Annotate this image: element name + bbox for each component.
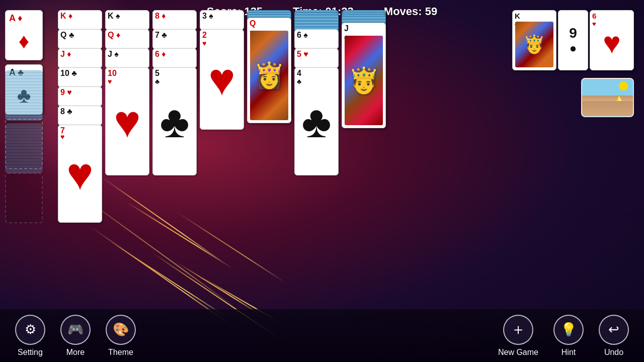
tableau-card[interactable]: Q ♦ <box>105 29 149 49</box>
theme-button[interactable]: 🎨 Theme <box>106 315 136 357</box>
tableau-card[interactable]: 8 ♦ <box>152 10 197 30</box>
tableau-card[interactable]: 4 ♣ ♣ <box>294 67 339 175</box>
tableau-card[interactable]: 5 ♣ ♣ <box>152 67 197 175</box>
hint-button[interactable]: 💡 Hint <box>553 315 584 357</box>
setting-label: Setting <box>18 348 43 357</box>
tableau-card[interactable]: 6 ♠ <box>294 29 339 49</box>
tableau-card[interactable]: 6 ♦ <box>152 48 197 68</box>
tableau-card[interactable]: J ♠ <box>105 48 149 68</box>
tableau-card[interactable]: 2 ♥ ♥ <box>200 29 244 130</box>
tableau-col-7[interactable]: J ♣ 🤴 <box>342 10 386 226</box>
foundation-pile-4[interactable] <box>5 173 43 223</box>
tableau-card[interactable]: 7 ♣ <box>152 29 197 49</box>
tableau-col-4[interactable]: 3 ♠ 2 ♥ ♥ <box>200 10 244 226</box>
setting-button[interactable]: ⚙ Setting <box>15 315 45 357</box>
new-game-label: New Game <box>498 348 538 357</box>
waste-card-6hearts[interactable]: 6 ♥ ♥ <box>590 10 634 70</box>
undo-icon[interactable]: ↩ <box>599 315 629 345</box>
hint-icon[interactable]: 💡 <box>553 315 584 345</box>
tableau-card[interactable]: 5 ♥ <box>294 48 339 68</box>
more-label: More <box>66 348 85 357</box>
tableau-card[interactable]: 3 ♠ <box>200 10 244 30</box>
tableau-card[interactable]: 9 ♥ <box>58 86 102 107</box>
new-game-button[interactable]: ＋ New Game <box>498 315 538 357</box>
hint-label: Hint <box>561 348 576 357</box>
new-game-icon[interactable]: ＋ <box>503 315 533 345</box>
moves-display: Moves: 59 <box>384 5 437 18</box>
right-panel: K ♠ 🤴 9 ● 6 ♥ ♥ ⭐ <box>512 10 634 117</box>
tableau-card[interactable]: 8 ♣ <box>58 106 102 126</box>
tableau-card[interactable]: 10 ♣ <box>58 67 102 87</box>
tableau-col-5[interactable]: Q ♥ 👸 <box>247 10 291 226</box>
theme-thumbnail[interactable]: ⭐ <box>581 78 634 117</box>
foundation-pile-1[interactable]: A ♦ ♦ <box>5 10 43 60</box>
stock-pile[interactable] <box>5 70 43 173</box>
tableau-card[interactable]: Q ♣ <box>58 29 102 49</box>
toolbar-right: ＋ New Game 💡 Hint ↩ Undo <box>498 315 629 357</box>
tableau-card[interactable]: 10 ♥ ♥ <box>105 67 149 175</box>
tableau-area: K ♦ Q ♣ J ♦ 10 ♣ 9 ♥ <box>58 10 386 226</box>
more-icon[interactable]: 🎮 <box>60 315 91 345</box>
tableau-col-3[interactable]: 8 ♦ 7 ♣ 6 ♦ 5 ♣ ♣ <box>152 10 197 226</box>
undo-label: Undo <box>604 348 623 357</box>
queen-hearts-card[interactable]: Q ♥ 👸 <box>247 18 291 123</box>
setting-icon[interactable]: ⚙ <box>15 315 45 345</box>
tableau-card[interactable]: 7 ♥ ♥ <box>58 125 102 223</box>
jack-clubs-card[interactable]: J ♣ 🤴 <box>342 23 386 128</box>
undo-button[interactable]: ↩ Undo <box>599 315 629 357</box>
tableau-card[interactable]: K ♠ <box>105 10 149 30</box>
more-button[interactable]: 🎮 More <box>60 315 91 357</box>
tableau-col-1[interactable]: K ♦ Q ♣ J ♦ 10 ♣ 9 ♥ <box>58 10 102 226</box>
tableau-col-2[interactable]: K ♠ Q ♦ J ♠ 10 ♥ ♥ <box>105 10 149 226</box>
theme-label: Theme <box>108 348 133 357</box>
tableau-col-6[interactable]: 6 ♠ 5 ♥ 4 ♣ ♣ <box>294 10 339 226</box>
waste-card-9[interactable]: 9 ● <box>558 10 588 70</box>
tableau-card[interactable]: K ♦ <box>58 10 102 30</box>
toolbar: ⚙ Setting 🎮 More 🎨 Theme ＋ New Game 💡 <box>0 309 644 362</box>
theme-icon[interactable]: 🎨 <box>106 315 136 345</box>
waste-card-king[interactable]: K ♠ 🤴 <box>512 10 556 70</box>
tableau-card[interactable]: J ♦ <box>58 48 102 68</box>
waste-pile[interactable]: K ♠ 🤴 9 ● 6 ♥ ♥ <box>512 10 634 70</box>
toolbar-left: ⚙ Setting 🎮 More 🎨 Theme <box>15 315 136 357</box>
